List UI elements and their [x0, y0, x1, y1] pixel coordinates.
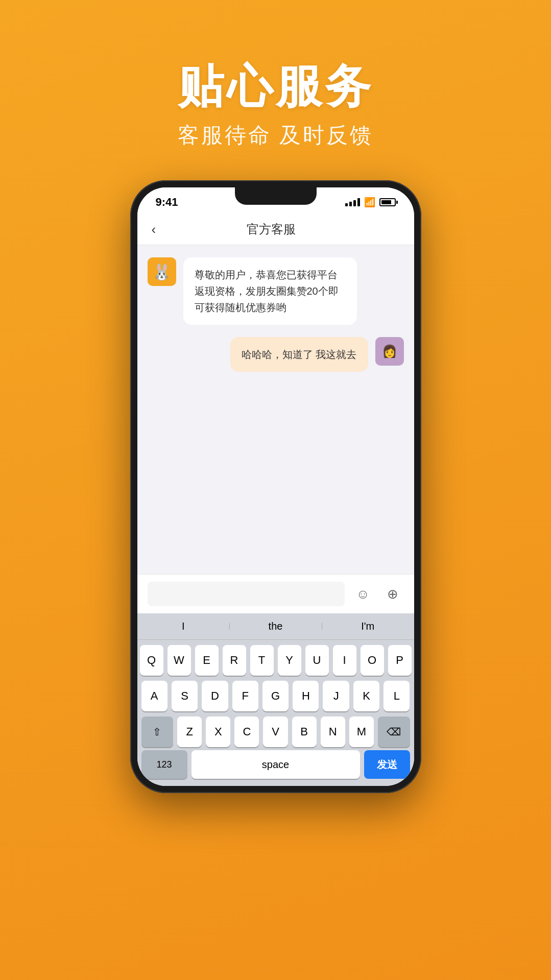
bubble-right: 哈哈哈，知道了 我这就去 — [230, 337, 368, 372]
key-u[interactable]: U — [305, 645, 329, 676]
main-title: 贴心服务 — [0, 61, 551, 112]
key-o[interactable]: O — [361, 645, 384, 676]
phone-device: 9:41 📶 ‹ 官方客服 — [130, 180, 421, 793]
key-z[interactable]: Z — [177, 716, 202, 747]
back-button[interactable]: ‹ — [152, 222, 156, 237]
key-l[interactable]: L — [384, 681, 410, 711]
sub-title: 客服待命 及时反馈 — [0, 121, 551, 150]
battery-icon — [379, 198, 396, 206]
key-row-2: A S D F G H J K L — [141, 681, 410, 711]
message-row-left: 🐰 尊敬的用户，恭喜您已获得平台返现资格，发朋友圈集赞20个即可获得随机优惠券哟 — [148, 257, 404, 325]
suggestion-the[interactable]: the — [229, 620, 322, 632]
backspace-key[interactable]: ⌫ — [378, 716, 410, 747]
key-h[interactable]: H — [293, 681, 319, 711]
key-row-3: ⇧ Z X C V B N M ⌫ — [141, 716, 410, 747]
key-c[interactable]: C — [234, 716, 259, 747]
chat-area: 🐰 尊敬的用户，恭喜您已获得平台返现资格，发朋友圈集赞20个即可获得随机优惠券哟… — [137, 245, 414, 574]
phone-wrapper: 9:41 📶 ‹ 官方客服 — [0, 180, 551, 793]
key-g[interactable]: G — [262, 681, 289, 711]
suggestion-i[interactable]: I — [137, 620, 230, 632]
key-b[interactable]: B — [292, 716, 317, 747]
key-y[interactable]: Y — [278, 645, 301, 676]
wifi-icon: 📶 — [364, 197, 375, 208]
keyboard: I the I'm Q W E R T Y U I — [137, 613, 414, 786]
nav-bar: ‹ 官方客服 — [137, 214, 414, 245]
phone-screen: 9:41 📶 ‹ 官方客服 — [137, 187, 414, 786]
bottom-row: 123 space 发送 — [137, 750, 414, 786]
input-bar: ☺ ⊕ — [137, 574, 414, 613]
avatar-rabbit: 🐰 — [148, 257, 176, 286]
status-bar: 9:41 📶 — [137, 187, 414, 214]
key-j[interactable]: J — [323, 681, 349, 711]
bubble-left: 尊敬的用户，恭喜您已获得平台返现资格，发朋友圈集赞20个即可获得随机优惠券哟 — [183, 257, 357, 325]
emoji-button[interactable]: ☺ — [352, 583, 374, 605]
key-row-1: Q W E R T Y U I O P — [141, 645, 410, 676]
key-t[interactable]: T — [250, 645, 274, 676]
status-icons: 📶 — [345, 197, 396, 208]
suggestion-im[interactable]: I'm — [322, 620, 414, 632]
shift-key[interactable]: ⇧ — [141, 716, 174, 747]
key-n[interactable]: N — [321, 716, 345, 747]
key-m[interactable]: M — [349, 716, 374, 747]
hero-section: 贴心服务 客服待命 及时反馈 — [0, 0, 551, 180]
key-r[interactable]: R — [223, 645, 246, 676]
key-k[interactable]: K — [353, 681, 379, 711]
nav-title: 官方客服 — [166, 221, 376, 237]
key-a[interactable]: A — [141, 681, 167, 711]
status-time: 9:41 — [156, 196, 178, 209]
key-d[interactable]: D — [202, 681, 228, 711]
send-key[interactable]: 发送 — [364, 750, 410, 779]
key-i[interactable]: I — [333, 645, 356, 676]
message-row-right: 👩 哈哈哈，知道了 我这就去 — [148, 337, 404, 372]
num-key[interactable]: 123 — [141, 750, 187, 779]
key-p[interactable]: P — [388, 645, 412, 676]
chat-input[interactable] — [148, 582, 345, 606]
suggestions-row: I the I'm — [137, 613, 414, 640]
space-key[interactable]: space — [191, 750, 360, 779]
keys-area: Q W E R T Y U I O P A S — [137, 640, 414, 750]
key-e[interactable]: E — [195, 645, 219, 676]
signal-icon — [345, 198, 360, 206]
key-w[interactable]: W — [167, 645, 191, 676]
avatar-user: 👩 — [375, 337, 404, 366]
key-x[interactable]: X — [206, 716, 230, 747]
plus-button[interactable]: ⊕ — [381, 583, 404, 605]
key-s[interactable]: S — [172, 681, 198, 711]
message-text-2: 哈哈哈，知道了 我这就去 — [242, 349, 357, 360]
key-f[interactable]: F — [232, 681, 258, 711]
key-q[interactable]: Q — [140, 645, 163, 676]
message-text-1: 尊敬的用户，恭喜您已获得平台返现资格，发朋友圈集赞20个即可获得随机优惠券哟 — [195, 269, 339, 313]
key-v[interactable]: V — [263, 716, 288, 747]
